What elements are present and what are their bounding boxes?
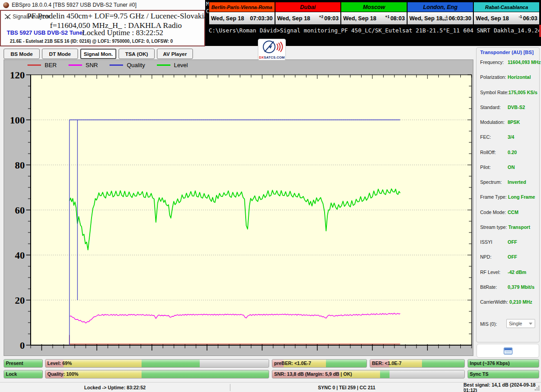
antenna-icon <box>5 14 11 19</box>
clock-cell: DubaiWed, Sep 18+209:03 <box>275 2 341 25</box>
dxsatcs-logo: DXSATCS.COM <box>258 39 286 60</box>
transponder-row: Pilot:ON <box>480 164 537 170</box>
clock-city: Moscow <box>341 2 407 12</box>
clock-city: Berlin-Paris-Vienna-Roma <box>209 2 275 12</box>
clock-grid: Berlin-Paris-Vienna-RomaWed, Sep 1807:03… <box>209 2 540 25</box>
window-title: EBSpro 18.0.0.4 [TBS 5927 USB DVB-S2 Tun… <box>12 2 137 8</box>
transponder-panel-title: Transponder (AU) [BS] <box>480 50 534 55</box>
transponder-row: BitRate:0,379 Mbit/s <box>480 284 537 290</box>
console-edge-marker <box>539 25 541 37</box>
status-separator <box>230 384 230 391</box>
satellite-dish-icon <box>258 39 285 55</box>
tab-av-player[interactable]: AV Player <box>157 49 193 59</box>
clock-city: Rabat-Casablanca <box>473 2 540 12</box>
legend-item: Level <box>157 62 188 68</box>
transponder-row: Standard:DVB-S2 <box>480 105 537 110</box>
gauge-sync-ts: Sync TS <box>468 370 539 378</box>
y-axis-label: 60 <box>15 205 25 216</box>
transponder-row: Polarization:Horizontal <box>480 74 537 80</box>
status-best-signal: Best signal: 14,1 dB (2024-09-18 01:12) <box>463 383 536 392</box>
gauge-label: Present <box>6 360 23 366</box>
app-icon <box>3 2 9 8</box>
transponder-row: Symbol Rate:175,005 KS/s <box>480 90 537 95</box>
transponder-row: ISSYIOFF <box>480 239 537 245</box>
dish-title: PF Prodelin 450cm+ LOF=9.75 GHz / Lucene… <box>27 11 205 21</box>
status-sync: SYNC 0 | TEI 259 | CC 211 <box>230 383 463 392</box>
status-bar: Locked -> Uptime: 83:22:52 SYNC 0 | TEI … <box>0 382 541 392</box>
gauge-input-376-kbps-: Input (~376 Kbps) <box>468 359 539 368</box>
y-axis-label: 80 <box>15 160 25 171</box>
locked-uptime: Locked Uptime : 83:22:52 <box>69 28 177 37</box>
legend-item: SNR <box>69 62 98 68</box>
transponder-row: RF Level:-42 dBm <box>480 269 537 275</box>
satellite-details: 21.6E - Eutelsat 21B SES 16 (ID: 0216) @… <box>10 39 173 44</box>
mis-select[interactable]: Single <box>506 319 535 328</box>
chevron-down-icon <box>529 323 532 325</box>
clock-time: Wed, Sep 18-106:03 <box>473 12 540 25</box>
gauge-present: Present <box>4 359 43 368</box>
gauge-lock: Lock <box>4 370 43 378</box>
gauge-label: Input (~376 Kbps) <box>470 360 509 366</box>
chart-legend: BERSNRQualityLevel <box>28 62 188 68</box>
clock-cell: Rabat-CasablancaWed, Sep 18-106:03 <box>473 2 540 25</box>
gauge-label: Quality: 100% <box>47 371 78 377</box>
gauge-ber: BER: <1.0E-7 <box>370 359 465 368</box>
y-axis-label: 100 <box>10 114 25 126</box>
signal-plot: 020406080100120 <box>4 60 473 358</box>
tab-dt-mode[interactable]: DT Mode <box>42 49 78 59</box>
y-axis-label: 40 <box>15 250 25 261</box>
transponder-row: Frequency:11604,093 MHz <box>480 59 537 65</box>
clock-city: Dubai <box>275 2 341 12</box>
legend-item: Quality <box>110 62 145 68</box>
transponder-row: Stream type:Transport <box>480 224 537 230</box>
transponder-row: CarrierWidth:0,210 MHz <box>480 299 537 305</box>
gauge-label: SNR: 13,8 dB (Margin: 5,9 dB | OK) <box>274 371 352 377</box>
tab-tsa-ok-[interactable]: TSA (OK) <box>119 49 155 59</box>
transponder-row: RollOff:0.20 <box>480 150 537 155</box>
clock-city: London, Eng <box>407 2 473 12</box>
tab-bs-mode[interactable]: BS Mode <box>4 49 40 59</box>
gauge-level: Level: 69% <box>45 359 269 368</box>
y-axis-label: 0 <box>20 340 25 351</box>
legend-item: BER <box>28 62 57 68</box>
transponder-row: Spectrum:Inverted <box>480 179 537 185</box>
plot-area <box>31 75 472 345</box>
clock-cell: London, EngWed, Sep 18-1DST06:03:30 <box>407 2 473 25</box>
console-window: M: C( Berlin-Paris-Vienna-RomaWed, Sep 1… <box>205 0 541 46</box>
clock-time: Wed, Sep 1807:03:30 <box>209 12 275 25</box>
gauge-snr: SNR: 13,8 dB (Margin: 5,9 dB | OK) <box>272 370 465 378</box>
transponder-row: Code Mode:CCM <box>480 210 537 215</box>
gauge-label: preBER: <1.0E-7 <box>274 360 311 366</box>
gauge-label: Lock <box>6 371 17 377</box>
clock-time: Wed, Sep 18-1DST06:03:30 <box>407 12 473 25</box>
console-command-line[interactable]: C:\Users\Roman Dávid>Signal monitoring_P… <box>209 27 541 34</box>
transponder-panel: Transponder (AU) [BS] Frequency:11604,09… <box>476 47 540 342</box>
transponder-row: Modulation:8PSK <box>480 119 537 125</box>
y-axis-label: 20 <box>15 295 25 306</box>
logo-text: DXSATCS.COM <box>258 55 285 59</box>
transponder-row: FEC:3/4 <box>480 134 537 140</box>
ts-record-button[interactable] <box>477 344 539 358</box>
clock-time: Wed, Sep 18+108:03 <box>341 12 407 25</box>
signal-analyzer-window: Signal Analyzer PF Prodelin 450cm+ LOF=9… <box>0 10 205 46</box>
transponder-row: NPD:OFF <box>480 254 537 260</box>
gauge-quality: Quality: 100% <box>45 370 269 378</box>
window-titlebar: EBSpro 18.0.0.4 [TBS 5927 USB DVB-S2 Tun… <box>0 0 205 10</box>
clock-cell: MoscowWed, Sep 18+108:03 <box>341 2 407 25</box>
status-separator <box>463 384 464 391</box>
clock-time: Wed, Sep 18+209:03 <box>275 12 341 25</box>
ts-file-icon <box>504 347 513 355</box>
gauge-preber: preBER: <1.0E-7 <box>272 359 367 368</box>
gauge-label: Sync TS <box>470 371 488 377</box>
y-axis-label: 120 <box>10 69 25 81</box>
tab-signal-mon-[interactable]: Signal Mon. <box>80 49 116 59</box>
gauge-label: BER: <1.0E-7 <box>372 360 402 366</box>
gauge-label: Level: 69% <box>47 360 72 366</box>
transponder-row: Frame Type:Long Frame <box>480 194 537 200</box>
resize-grip[interactable] <box>535 386 540 391</box>
status-uptime: Locked -> Uptime: 83:22:52 <box>0 383 230 392</box>
clock-cell: Berlin-Paris-Vienna-RomaWed, Sep 1807:03… <box>209 2 275 25</box>
tab-row: BS ModeDT ModeSignal Mon.TSA (OK)AV Play… <box>4 49 193 59</box>
signal-chart-panel: BERSNRQualityLevel 020406080100120 <box>4 59 473 356</box>
